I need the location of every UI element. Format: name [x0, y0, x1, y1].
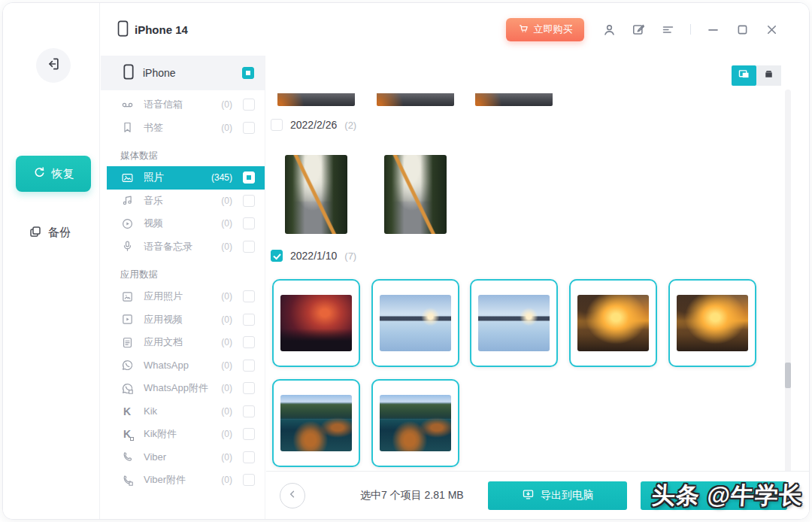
- photo-thumbnail-mountain-lake: [380, 395, 451, 451]
- footer-bar: 选中7 个项目 2.81 MB 导出到电脑: [266, 471, 809, 519]
- sidebar-item-label: Viber: [144, 451, 221, 463]
- app-video-icon: [120, 313, 134, 326]
- sidebar-item-count: (0): [221, 406, 232, 417]
- sidebar-item-viber[interactable]: Viber (0): [101, 446, 265, 469]
- sidebar-item-count: (0): [221, 452, 232, 463]
- sidebar-item-checkbox[interactable]: [243, 195, 255, 207]
- selected-photo-card[interactable]: [569, 279, 657, 367]
- sidebar-item-count: (0): [221, 123, 232, 133]
- sidebar-section-media-data: 媒体数据: [101, 139, 265, 166]
- sidebar-item-count: (0): [221, 475, 232, 485]
- selected-photo-card[interactable]: [272, 279, 360, 367]
- photo-thumbnail-forest-road[interactable]: [384, 155, 447, 234]
- close-icon[interactable]: [765, 23, 779, 37]
- whatsapp-attachment-icon: [120, 381, 134, 395]
- sidebar-item-kik-attachments[interactable]: K Kik附件 (0): [101, 423, 265, 446]
- sidebar-item-label: 视频: [144, 217, 221, 230]
- date-group-count: (2): [344, 120, 356, 131]
- sidebar-item-checkbox[interactable]: [243, 314, 255, 326]
- sidebar-item-whatsapp-attachments[interactable]: WhatsApp附件 (0): [101, 377, 265, 400]
- sidebar-item-checkbox[interactable]: [243, 122, 255, 134]
- sidebar-item-checkbox[interactable]: [243, 99, 255, 111]
- sidebar-item-checkbox[interactable]: [243, 241, 255, 253]
- selected-photo-card[interactable]: [272, 379, 360, 467]
- sidebar-item-count: (0): [221, 429, 232, 439]
- sidebar-item-label: 照片: [144, 171, 211, 184]
- feedback-icon[interactable]: [632, 23, 646, 37]
- viber-attachment-icon: [120, 473, 134, 487]
- sidebar-item-checkbox[interactable]: [243, 382, 255, 394]
- photo-thumbnail-sea-dusk[interactable]: [377, 93, 454, 106]
- sidebar-item-whatsapp[interactable]: WhatsApp (0): [101, 354, 265, 378]
- menu-icon[interactable]: [661, 23, 675, 37]
- sidebar-item-voicemail[interactable]: 语音信箱 (0): [101, 93, 265, 117]
- photo-row-partial: [266, 93, 809, 106]
- date-group-checkbox[interactable]: [271, 250, 283, 262]
- exit-button[interactable]: [36, 48, 71, 83]
- sidebar-item-app-photos[interactable]: 应用照片 (0): [101, 285, 265, 308]
- sidebar-item-checkbox[interactable]: [243, 405, 255, 417]
- minimize-icon[interactable]: [706, 23, 720, 37]
- selected-photo-card[interactable]: [371, 279, 459, 367]
- sidebar-item-label: 应用文档: [144, 335, 221, 349]
- recover-icon: [33, 166, 46, 181]
- secondary-action-button[interactable]: [641, 481, 787, 510]
- sidebar-item-checkbox[interactable]: [243, 360, 255, 372]
- whatsapp-icon: [120, 359, 134, 372]
- date-group-checkbox[interactable]: [271, 119, 283, 131]
- photo-scroll-area[interactable]: 2022/2/26 (2) 2022/1/10 (7): [266, 56, 809, 471]
- app-doc-icon: [120, 335, 134, 349]
- sidebar-item-checkbox[interactable]: [243, 171, 255, 184]
- account-icon[interactable]: [602, 23, 617, 37]
- export-to-computer-button[interactable]: 导出到电脑: [488, 481, 627, 510]
- sidebar-item-app-docs[interactable]: 应用文档 (0): [101, 331, 265, 354]
- viber-icon: [120, 451, 134, 464]
- sidebar-item-count: (0): [221, 241, 232, 252]
- scrollbar-thumb[interactable]: [785, 363, 791, 388]
- maximize-icon[interactable]: [735, 23, 750, 37]
- sidebar-item-viber-attachments[interactable]: Viber附件 (0): [101, 469, 265, 492]
- buy-now-button[interactable]: 立即购买: [506, 18, 584, 41]
- sidebar-device-header[interactable]: iPhone: [101, 56, 265, 90]
- photo-thumbnail-beach-blue: [380, 295, 451, 351]
- sidebar-item-kik[interactable]: K Kik (0): [101, 400, 265, 423]
- back-button[interactable]: [280, 483, 305, 508]
- sidebar-item-bookmarks[interactable]: 书签 (0): [101, 117, 265, 140]
- buy-now-label: 立即购买: [534, 23, 573, 36]
- photo-thumbnail-mountain-lake: [280, 395, 352, 451]
- voicemail-icon: [120, 98, 134, 111]
- device-checkbox[interactable]: [242, 67, 254, 79]
- topbar-actions: 立即购买: [506, 18, 809, 41]
- photo-thumbnail-forest-road[interactable]: [285, 155, 347, 234]
- scrollbar-track[interactable]: [785, 90, 791, 473]
- exit-icon: [46, 56, 61, 74]
- sidebar-item-app-videos[interactable]: 应用视频 (0): [101, 308, 265, 332]
- sidebar-item-voice-memos[interactable]: 语音备忘录 (0): [101, 235, 265, 259]
- sidebar-item-checkbox[interactable]: [243, 474, 255, 486]
- sidebar-item-videos[interactable]: 视频 (0): [101, 212, 265, 235]
- sidebar-item-checkbox[interactable]: [243, 428, 255, 440]
- sidebar-item-label: 书签: [144, 121, 221, 135]
- cart-icon: [518, 23, 529, 36]
- kik-icon: K: [120, 405, 134, 418]
- app-photo-icon: [120, 290, 134, 303]
- sidebar-item-music[interactable]: 音乐 (0): [101, 190, 265, 213]
- phone-icon: [117, 20, 129, 39]
- photo-thumbnail-sea-dusk[interactable]: [277, 93, 355, 106]
- selected-photo-card[interactable]: [668, 279, 756, 367]
- sidebar-item-checkbox[interactable]: [243, 451, 255, 463]
- recover-button[interactable]: 恢复: [16, 156, 91, 192]
- sidebar-item-count: (345): [211, 172, 232, 183]
- selected-photo-card[interactable]: [470, 279, 558, 367]
- photo-thumbnail-sea-dusk[interactable]: [475, 93, 553, 106]
- backup-label: 备份: [48, 226, 71, 240]
- sidebar-item-checkbox[interactable]: [243, 217, 255, 229]
- date-group-label: 2022/2/26: [290, 119, 337, 131]
- sidebar-item-checkbox[interactable]: [243, 290, 255, 302]
- selected-photo-card[interactable]: [371, 379, 459, 467]
- sidebar-section-app-data: 应用数据: [101, 258, 265, 285]
- sidebar-item-photos[interactable]: 照片 (345): [107, 166, 265, 190]
- date-group-label: 2022/1/10: [290, 250, 337, 262]
- backup-button[interactable]: 备份: [29, 225, 71, 241]
- sidebar-item-checkbox[interactable]: [243, 336, 255, 348]
